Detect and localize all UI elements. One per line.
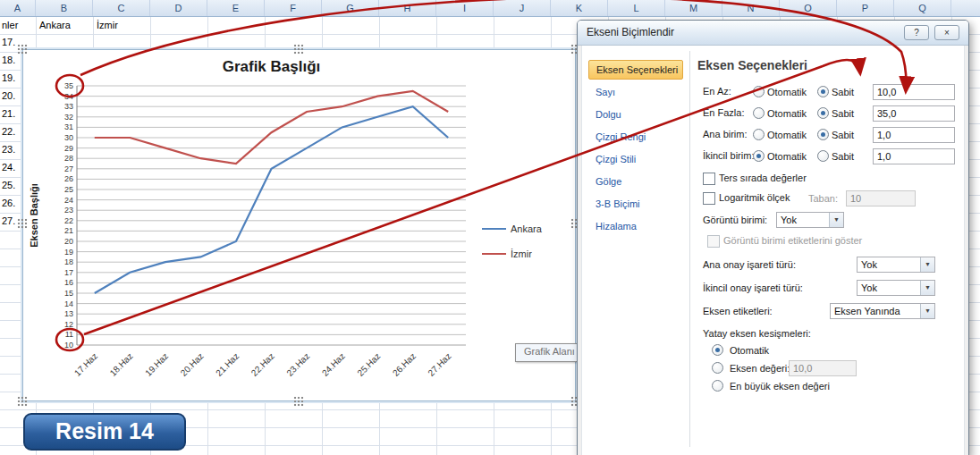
column-header-L[interactable]: L (608, 0, 665, 16)
cell[interactable]: Ankara (39, 20, 71, 30)
cell[interactable]: nler (2, 20, 18, 30)
sidebar-item-7[interactable]: 3-B Biçimi (588, 194, 683, 214)
cell[interactable]: 20. (2, 90, 15, 101)
y-axis-tick-label: 30 (64, 133, 73, 142)
column-header-B[interactable]: B (36, 0, 93, 16)
x-axis-tick-label: 23.Haz (284, 351, 311, 378)
chart-resize-handle[interactable] (17, 396, 28, 407)
chart-resize-handle[interactable] (293, 44, 304, 55)
x-axis-tick-label: 21.Haz (214, 351, 241, 378)
x-axis-tick-label: 25.Haz (355, 351, 382, 378)
automatic-radio[interactable] (753, 86, 765, 97)
chart-resize-handle[interactable] (293, 396, 304, 407)
scale-value-input[interactable]: 1,0 (873, 148, 955, 164)
fixed-radio[interactable] (817, 107, 829, 119)
chevron-down-icon[interactable]: ▼ (829, 213, 843, 227)
x-axis-tick-label: 24.Haz (320, 351, 347, 378)
y-axis-tick-label: 35 (64, 81, 73, 90)
column-header-P[interactable]: P (837, 0, 894, 16)
cell[interactable]: 23. (2, 144, 15, 155)
sidebar-item-8[interactable]: Hizalama (588, 216, 683, 236)
cell[interactable]: 17. (2, 37, 15, 47)
line-chart: 1011121314151617181920212223242526272829… (23, 50, 575, 400)
scale-value-input[interactable]: 1,0 (873, 127, 955, 143)
display-unit-labels-checkbox (707, 235, 720, 248)
chart-resize-handle[interactable] (17, 218, 28, 229)
column-header-C[interactable]: C (93, 0, 150, 16)
legend-label: Ankara (511, 223, 543, 234)
fixed-radio[interactable] (817, 86, 829, 97)
axis-labels-value: Eksen Yanında (831, 304, 934, 316)
scale-row: En Az:OtomatikSabit10,0 (578, 83, 968, 101)
cell[interactable]: 19. (2, 72, 15, 83)
cell[interactable]: 24. (2, 162, 15, 173)
chevron-down-icon[interactable]: ▼ (920, 257, 934, 272)
display-unit-labels-label: Görüntü birimi etiketlerini göster (723, 235, 862, 246)
column-header-F[interactable]: F (265, 0, 322, 16)
column-header-K[interactable]: K (551, 0, 608, 16)
dialog-titlebar[interactable]: Ekseni Biçimlendir ? × (578, 21, 968, 46)
fixed-radio[interactable] (817, 129, 829, 140)
crossing-value-radio[interactable] (712, 362, 723, 374)
y-axis-tick-label: 14 (64, 299, 73, 308)
column-header-E[interactable]: E (207, 0, 265, 16)
chevron-down-icon[interactable]: ▼ (920, 304, 934, 318)
column-header-N[interactable]: N (722, 0, 780, 16)
cell[interactable]: 26. (2, 198, 15, 208)
close-button[interactable]: × (934, 25, 959, 40)
cell[interactable]: 21. (2, 108, 15, 119)
cell[interactable]: 27. (2, 215, 15, 226)
column-header-I[interactable]: I (436, 0, 494, 16)
axis-labels-select[interactable]: Eksen Yanında ▼ (830, 303, 935, 319)
crossing-max-radio[interactable] (712, 380, 723, 392)
major-tick-select[interactable]: Yok ▼ (857, 257, 935, 273)
y-axis-tick-label: 29 (64, 144, 73, 153)
fixed-label: Sabit (832, 151, 854, 162)
chart-title: Grafik Başlığı (223, 58, 321, 75)
scale-value-input[interactable]: 10,0 (873, 84, 955, 100)
column-header-Q[interactable]: Q (894, 0, 951, 16)
reverse-order-label: Ters sırada değerler (719, 173, 807, 183)
log-scale-checkbox[interactable] (703, 192, 715, 205)
legend-label: İzmir (511, 249, 532, 259)
column-header-D[interactable]: D (150, 0, 207, 16)
column-header-O[interactable]: O (780, 0, 837, 16)
sidebar-item-1[interactable]: Eksen Seçenekleri (588, 60, 683, 80)
log-base-input: 10 (846, 190, 916, 206)
cell[interactable]: 22. (2, 126, 15, 137)
display-unit-select[interactable]: Yok ▼ (776, 212, 844, 228)
column-header-G[interactable]: G (322, 0, 379, 16)
cell[interactable]: 25. (2, 180, 15, 190)
automatic-radio[interactable] (753, 150, 765, 162)
fixed-label: Sabit (832, 108, 854, 119)
y-axis-tick-label: 19 (64, 248, 73, 257)
crossing-auto-radio[interactable] (712, 344, 723, 356)
chevron-down-icon[interactable]: ▼ (920, 281, 934, 295)
chart-area-tooltip: Grafik Alanı (515, 343, 584, 362)
column-header-A[interactable]: A (0, 0, 36, 16)
chart-resize-handle[interactable] (17, 44, 28, 55)
column-header-H[interactable]: H (379, 0, 436, 16)
y-axis-tick-label: 20 (64, 237, 73, 246)
automatic-label: Otomatik (767, 87, 807, 97)
column-header-M[interactable]: M (665, 0, 722, 16)
scale-row-label: Ana birim: (703, 129, 748, 139)
cell[interactable]: 18. (2, 55, 15, 65)
sidebar-item-6[interactable]: Gölge (588, 172, 683, 191)
minor-tick-select[interactable]: Yok ▼ (857, 280, 935, 296)
help-button[interactable]: ? (904, 25, 929, 40)
cell[interactable]: İzmir (97, 20, 118, 30)
scale-value-input[interactable]: 35,0 (873, 105, 955, 122)
crossing-value-input: 10,0 (789, 360, 857, 376)
y-axis-tick-label: 16 (64, 278, 73, 287)
fixed-radio[interactable] (817, 150, 829, 162)
automatic-radio[interactable] (753, 129, 765, 140)
automatic-radio[interactable] (753, 107, 765, 119)
column-header-J[interactable]: J (494, 0, 551, 16)
reverse-order-checkbox[interactable] (703, 173, 715, 185)
automatic-label: Otomatik (767, 130, 807, 140)
automatic-label: Otomatik (767, 108, 807, 119)
y-axis-tick-label: 33 (64, 102, 73, 111)
chart-object[interactable]: 1011121314151617181920212223242526272829… (22, 49, 576, 401)
y-axis-tick-label: 34 (64, 92, 73, 101)
